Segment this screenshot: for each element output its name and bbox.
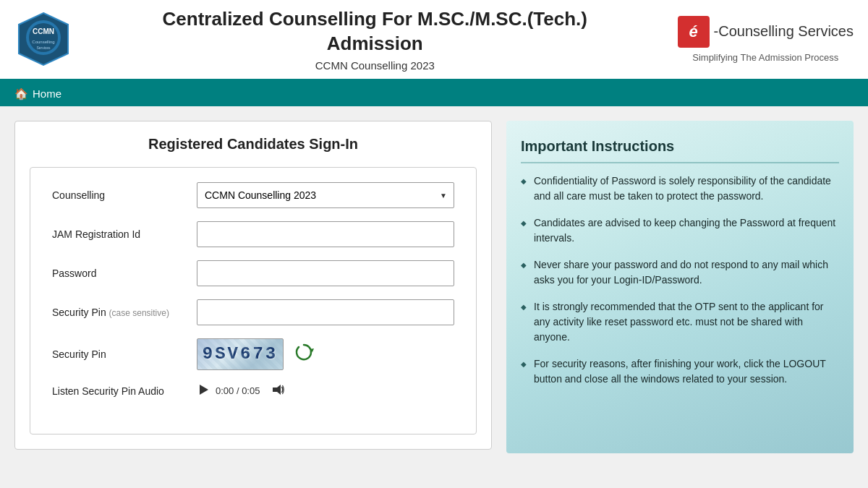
- ecounselling-logo-icon: é: [678, 16, 710, 48]
- list-item: For security reasons, after finishing yo…: [521, 356, 839, 387]
- instructions-list: Confidentiality of Password is solely re…: [521, 174, 839, 387]
- svg-text:CCMN: CCMN: [33, 27, 54, 35]
- main-content: Registered Candidates Sign-In Counsellin…: [0, 106, 868, 468]
- volume-icon: [271, 383, 284, 396]
- form-inner: Counselling CCMN Counselling 2023 JAM Re…: [30, 167, 477, 435]
- password-row: Password: [52, 260, 454, 286]
- password-input[interactable]: [197, 260, 454, 286]
- svg-marker-8: [273, 385, 281, 395]
- list-item: Candidates are advised to keep changing …: [521, 215, 839, 246]
- jam-input[interactable]: [197, 221, 454, 247]
- list-item: Confidentiality of Password is solely re…: [521, 174, 839, 204]
- counselling-row: Counselling CCMN Counselling 2023: [52, 182, 454, 208]
- security-pin-display-row: Security Pin 9SV673: [52, 338, 454, 370]
- svg-marker-7: [200, 385, 208, 395]
- ccmn-logo-area: CCMN Counselling Services: [14, 10, 72, 68]
- audio-play-button[interactable]: [197, 383, 210, 399]
- home-icon: 🏠: [14, 87, 28, 100]
- audio-time-display: 0:00 / 0:05: [216, 385, 260, 396]
- svg-text:Counselling: Counselling: [32, 40, 54, 44]
- ecounselling-tagline: Simplifying The Admission Process: [692, 52, 838, 63]
- main-title: Centralized Counselling For M.SC./M.SC.(…: [72, 7, 678, 56]
- jam-row: JAM Registration Id: [52, 221, 454, 247]
- security-pin-code-text: 9SV673: [203, 344, 278, 364]
- navigation-bar: 🏠 Home: [0, 82, 868, 106]
- security-pin-display-label: Security Pin: [52, 348, 197, 360]
- ccmn-logo-icon: CCMN Counselling Services: [14, 10, 72, 68]
- instructions-panel: Important Instructions Confidentiality o…: [506, 121, 854, 453]
- play-icon: [197, 383, 210, 396]
- security-pin-controls: 9SV673: [197, 338, 317, 370]
- audio-volume-button[interactable]: [271, 383, 284, 399]
- svg-text:Services: Services: [36, 46, 51, 50]
- counselling-label: Counselling: [52, 189, 197, 201]
- home-label: Home: [33, 87, 61, 100]
- case-note: (case sensitive): [109, 308, 169, 318]
- audio-row: Listen Security Pin Audio 0:00 / 0:05: [52, 383, 454, 399]
- refresh-icon: [294, 342, 314, 362]
- main-subtitle: CCMN Counselling 2023: [72, 59, 678, 72]
- form-title: Registered Candidates Sign-In: [30, 136, 477, 153]
- header-title-area: Centralized Counselling For M.SC./M.SC.(…: [72, 7, 678, 72]
- ecounselling-brand: é -Counselling Services: [678, 16, 854, 48]
- counselling-select[interactable]: CCMN Counselling 2023: [197, 182, 454, 208]
- list-item: Never share your password and do not res…: [521, 257, 839, 288]
- list-item: It is strongly recommended that the OTP …: [521, 299, 839, 345]
- page-header: CCMN Counselling Services Centralized Co…: [0, 0, 868, 82]
- instructions-title: Important Instructions: [521, 138, 839, 163]
- audio-controls: 0:00 / 0:05: [197, 383, 284, 399]
- ecounselling-name-text: -Counselling Services: [714, 23, 854, 40]
- security-pin-input-row: Security Pin (case sensitive): [52, 299, 454, 325]
- password-label: Password: [52, 267, 197, 279]
- listen-label: Listen Security Pin Audio: [52, 385, 197, 397]
- security-pin-captcha: 9SV673: [197, 338, 284, 370]
- refresh-captcha-button[interactable]: [291, 339, 317, 369]
- signin-form-panel: Registered Candidates Sign-In Counsellin…: [14, 121, 492, 450]
- security-pin-input-label: Security Pin (case sensitive): [52, 307, 197, 318]
- ecounselling-logo-area: é -Counselling Services Simplifying The …: [678, 16, 854, 63]
- jam-label: JAM Registration Id: [52, 228, 197, 240]
- counselling-select-wrapper: CCMN Counselling 2023: [197, 182, 454, 208]
- home-nav-link[interactable]: 🏠 Home: [14, 87, 61, 100]
- security-pin-input[interactable]: [197, 299, 454, 325]
